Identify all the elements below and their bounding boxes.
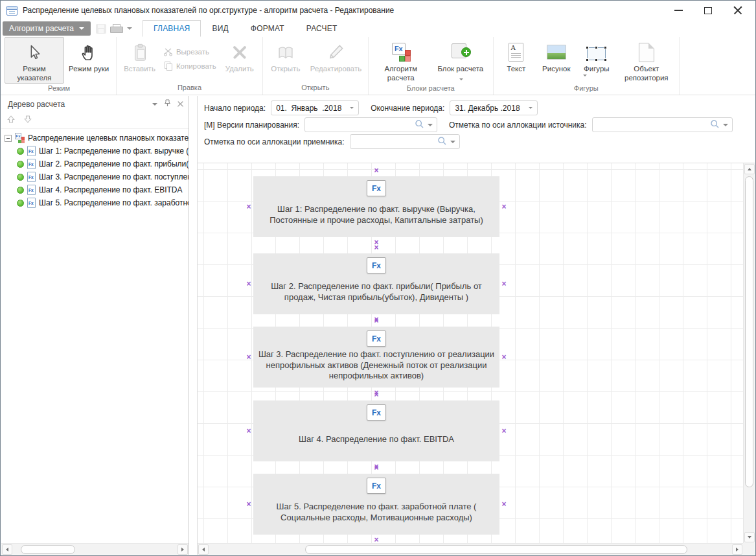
scroll-down-button[interactable] <box>744 532 755 542</box>
source-allocation-input[interactable] <box>595 121 707 130</box>
paste-icon <box>130 41 150 64</box>
chevron-down-icon[interactable] <box>450 141 455 143</box>
tree-item-step3[interactable]: Шаг 3. Распределение по факт. поступлени… <box>1 170 189 183</box>
diagram-canvas[interactable]: Fx Шаг 1: Распределение по факт. выручке… <box>198 163 743 543</box>
period-end-label: Окончание периода: <box>371 104 444 113</box>
tree-item-step2[interactable]: Шаг 2. Распределение по факт. прибыли( П… <box>1 157 189 170</box>
shapes-button[interactable]: Фигуры <box>577 37 617 84</box>
connection-handle-icon[interactable] <box>246 501 252 507</box>
scroll-right-button[interactable] <box>178 544 188 555</box>
canvas-area: Fx Шаг 1: Распределение по факт. выручке… <box>198 163 755 555</box>
tree-item-step1[interactable]: Шаг 1: Распределение по факт. выручке (В… <box>1 145 189 157</box>
group-label-open: Открыть <box>266 83 365 95</box>
panel-menu-caret-icon[interactable] <box>152 103 157 106</box>
connection-handle-icon[interactable] <box>373 318 380 324</box>
repository-object-button[interactable]: Объект репозитория <box>617 37 676 84</box>
collapse-icon[interactable] <box>5 135 12 142</box>
text-button[interactable]: A Текст <box>496 37 536 84</box>
chevron-down-icon[interactable] <box>428 124 433 126</box>
fx-button[interactable]: Fx <box>367 478 386 494</box>
tab-format[interactable]: ФОРМАТ <box>240 20 295 37</box>
horizontal-scrollbar[interactable] <box>198 543 743 555</box>
search-icon[interactable] <box>437 136 447 148</box>
connection-handle-icon[interactable] <box>373 391 380 398</box>
connection-handle-icon[interactable] <box>246 354 252 360</box>
panel-close-icon[interactable] <box>178 101 183 107</box>
minimize-button[interactable] <box>669 2 688 19</box>
connection-handle-icon[interactable] <box>501 501 507 507</box>
fx-button[interactable]: Fx <box>367 257 386 273</box>
connection-handle-icon[interactable] <box>246 428 252 434</box>
qat-dropdown-caret[interactable] <box>127 27 132 30</box>
connection-handle-icon[interactable] <box>501 354 507 360</box>
scrollbar-thumb[interactable] <box>305 545 687 554</box>
scrollbar-thumb[interactable] <box>21 545 75 554</box>
algorithm-button[interactable]: Fx Алгоритм расчета <box>371 37 431 84</box>
hand-mode-button[interactable]: Режим руки <box>64 37 113 84</box>
scroll-left-button[interactable] <box>198 544 209 555</box>
open-label: Открыть <box>271 64 300 73</box>
edit-button[interactable]: Редактировать <box>306 37 365 83</box>
chevron-down-icon[interactable] <box>723 124 728 126</box>
cut-button[interactable]: Вырезать <box>160 45 220 59</box>
connection-handle-icon[interactable] <box>373 244 380 251</box>
connection-handle-icon[interactable] <box>501 203 507 210</box>
fx-document-icon <box>27 146 36 156</box>
connection-handle-icon[interactable] <box>246 203 252 210</box>
vertical-scrollbar[interactable] <box>743 163 755 543</box>
fx-button[interactable]: Fx <box>367 330 386 347</box>
delete-button[interactable]: Удалить <box>220 37 260 83</box>
planning-version-input[interactable] <box>308 121 411 130</box>
tab-calc[interactable]: РАСЧЕТ <box>295 20 349 37</box>
move-up-button[interactable] <box>6 115 16 126</box>
fx-button[interactable]: Fx <box>367 180 386 196</box>
pin-icon[interactable] <box>164 99 171 109</box>
scroll-right-button[interactable] <box>732 544 742 555</box>
step5-block[interactable]: Fx Шаг 5. Распределение по факт. заработ… <box>253 474 499 535</box>
connection-handle-icon[interactable] <box>373 167 380 174</box>
scroll-left-button[interactable] <box>2 544 12 555</box>
connection-handle-icon[interactable] <box>246 281 252 287</box>
fx-algorithm-icon <box>15 133 25 143</box>
connection-handle-icon[interactable] <box>501 281 507 287</box>
close-button[interactable] <box>728 2 748 19</box>
panel-horizontal-scrollbar[interactable] <box>1 543 189 555</box>
connection-handle-icon[interactable] <box>373 465 380 471</box>
app-menu-button[interactable]: Алгоритм расчета <box>3 21 91 36</box>
connection-handle-icon[interactable] <box>373 537 380 543</box>
tree-item-step5[interactable]: Шаг 5. Распределение по факт. заработной… <box>1 196 189 209</box>
period-start-combo[interactable]: 01. Январь .2018 <box>271 100 359 115</box>
tree-root-item[interactable]: Распределение целевых плановых показател… <box>1 132 189 145</box>
tab-view[interactable]: ВИД <box>201 20 239 37</box>
scrollbar-thumb[interactable] <box>745 176 753 487</box>
step2-block[interactable]: Fx Шаг 2. Распределение по факт. прибыли… <box>253 253 499 314</box>
tree-item-step4[interactable]: Шаг 4. Распределение по факт. EBITDA <box>1 183 189 196</box>
search-icon[interactable] <box>710 119 720 131</box>
panel-splitter[interactable] <box>189 96 197 555</box>
search-icon[interactable] <box>415 119 424 131</box>
ribbon: Режим указателя Режим руки Режим Вставит… <box>1 37 755 95</box>
pointer-mode-button[interactable]: Режим указателя <box>5 37 64 84</box>
step3-block[interactable]: Fx Шаг 3. Распределение по факт. поступл… <box>253 327 499 388</box>
paste-button[interactable]: Вставить <box>119 37 160 83</box>
tab-home[interactable]: ГЛАВНАЯ <box>143 20 201 37</box>
picture-button[interactable]: Рисунок <box>536 37 577 84</box>
copy-button[interactable]: Копировать <box>160 59 220 73</box>
open-button[interactable]: Открыть <box>266 37 306 83</box>
save-button[interactable] <box>96 24 106 34</box>
print-button[interactable] <box>110 24 122 34</box>
period-end-combo[interactable]: 31. Декабрь .2018 <box>450 100 538 115</box>
connection-handle-icon[interactable] <box>501 428 507 434</box>
step4-block[interactable]: Fx Шаг 4. Распределение по факт. EBITDA <box>253 400 499 461</box>
scroll-up-button[interactable] <box>744 164 755 174</box>
green-status-icon <box>17 200 24 207</box>
maximize-button[interactable] <box>698 2 718 19</box>
target-allocation-input[interactable] <box>353 137 434 146</box>
calc-block-button[interactable]: Блок расчета <box>431 37 490 84</box>
fx-button[interactable]: Fx <box>367 404 386 421</box>
application-window: { "window": { "title": "Распределение це… <box>0 0 756 556</box>
group-label-blocks: Блоки расчета <box>371 84 490 95</box>
titlebar: Распределение целевых плановых показател… <box>1 1 755 20</box>
step1-block[interactable]: Fx Шаг 1: Распределение по факт. выручке… <box>253 176 499 237</box>
move-down-button[interactable] <box>23 115 32 126</box>
